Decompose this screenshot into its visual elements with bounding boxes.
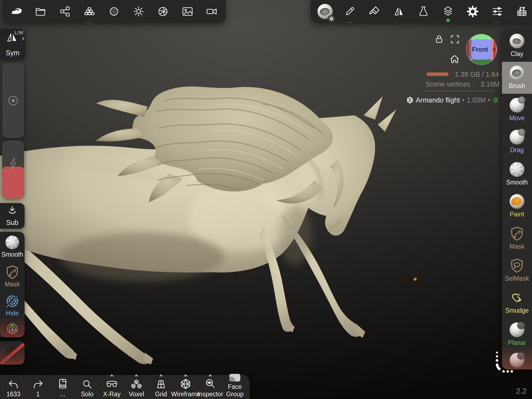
tool-move[interactable]: Move: [502, 94, 532, 126]
voxel-label: Voxel: [129, 391, 144, 398]
grid-expander[interactable]: [159, 374, 163, 376]
interface-sliders-button[interactable]: ...: [485, 0, 510, 23]
face-group-icon: [229, 374, 240, 382]
grid-label: Grid: [155, 391, 167, 398]
tool-selmask[interactable]: SelMask: [502, 254, 532, 287]
smooth-sphere-icon: [510, 162, 524, 177]
paint-sphere-icon: [510, 194, 524, 209]
tool-smooth-label: Smooth: [506, 179, 528, 186]
tool-smudge[interactable]: Smudge: [502, 286, 532, 319]
intensity-slider[interactable]: [2, 140, 24, 198]
stroke-pencil-button[interactable]: ...: [337, 0, 362, 23]
drag-sphere-icon: [510, 130, 524, 145]
matcap-button[interactable]: [102, 0, 126, 23]
top-right-toolbar: ... ...: [311, 0, 532, 23]
filters-flask-button[interactable]: [411, 0, 436, 23]
left-hide-tool[interactable]: Hide: [0, 294, 25, 317]
mask-shield-icon: [6, 265, 19, 279]
undo-count: 1633: [6, 391, 20, 398]
stroke-more-indicator: ...: [347, 20, 353, 22]
tool-drag[interactable]: Drag: [502, 126, 532, 158]
painting-brush-button[interactable]: [362, 0, 387, 23]
planar-sphere-icon: [510, 322, 524, 337]
background-image-button[interactable]: [175, 0, 200, 23]
smudge-hand-icon: [510, 291, 524, 305]
hide-dotted-icon: [5, 294, 19, 308]
camera-lock-button[interactable]: [434, 34, 444, 44]
camera-button[interactable]: [200, 0, 224, 23]
layer-icon: [492, 97, 499, 104]
redo-button[interactable]: 1: [26, 374, 50, 399]
selection-separator: •: [462, 96, 464, 104]
sym-label: Sym: [0, 49, 25, 57]
selmask-shield-icon: [510, 258, 524, 273]
symmetry-toggle[interactable]: L/W Sym: [0, 29, 25, 59]
face-group-label: Face Group: [223, 383, 247, 398]
left-mask-tool[interactable]: Mask: [0, 265, 25, 288]
xray-button[interactable]: X-Ray: [100, 374, 124, 399]
inspector-expander[interactable]: [208, 374, 212, 376]
files-button[interactable]: [28, 0, 53, 23]
redo-count: 1: [36, 391, 40, 398]
postprocess-button[interactable]: [151, 0, 175, 23]
radius-slider[interactable]: [2, 63, 24, 138]
voxel-button[interactable]: Voxel: [124, 374, 149, 399]
tool-smooth[interactable]: Smooth: [502, 158, 532, 190]
top-left-toolbar: ...: [2, 0, 226, 23]
settings-gear-button[interactable]: [460, 0, 485, 23]
tool-clay[interactable]: Clay: [502, 30, 532, 62]
face-group-button[interactable]: Face Group: [223, 374, 247, 399]
solo-button[interactable]: Solo: [75, 374, 100, 399]
left-smooth-tool[interactable]: Smooth: [0, 236, 25, 258]
bottom-toolbar: 1633 1 ... Solo X-Ray Voxel Grid: [0, 375, 250, 399]
navigation-sphere[interactable]: Front R: [465, 33, 498, 66]
move-sphere-icon: [510, 98, 524, 113]
alpha-slot[interactable]: [0, 341, 25, 365]
clay-sphere-icon: [510, 34, 524, 48]
tool-mask[interactable]: Mask: [502, 222, 532, 254]
home-view-button[interactable]: [449, 54, 460, 64]
multires-more-indicator: ...: [87, 20, 93, 22]
corner-drag-handle[interactable]: [489, 349, 522, 377]
voxel-expander[interactable]: [135, 374, 138, 376]
wireframe-expander[interactable]: [184, 374, 188, 376]
material-sphere-button[interactable]: [313, 0, 337, 23]
undo-button[interactable]: 1633: [1, 374, 26, 399]
wireframe-button[interactable]: Wireframe: [173, 374, 198, 399]
tool-paint[interactable]: Paint: [502, 190, 532, 222]
xray-expander[interactable]: [110, 374, 114, 376]
sym-expand-arrow[interactable]: [22, 37, 25, 40]
nomad-logo-icon[interactable]: [4, 0, 28, 23]
mesh-icon: [406, 96, 414, 104]
inspector-button[interactable]: Inspector: [198, 374, 223, 399]
horse-sculpture[interactable]: [0, 66, 410, 372]
history-more: ...: [60, 391, 65, 398]
inspector-label: Inspector: [197, 391, 223, 398]
selection-info[interactable]: Armando flight • 1.03M • Mane: [406, 96, 518, 104]
solo-label: Solo: [81, 391, 93, 398]
sub-label: Sub: [0, 219, 25, 227]
lighting-button[interactable]: [126, 0, 151, 23]
layers-button[interactable]: [436, 0, 460, 23]
tool-planar[interactable]: Planar: [502, 319, 532, 351]
left-hide-label: Hide: [6, 310, 19, 317]
sub-button[interactable]: Sub: [0, 203, 25, 229]
left-smooth-label: Smooth: [1, 251, 23, 258]
multires-button[interactable]: ...: [77, 0, 102, 23]
selected-mesh-name: Armando flight: [416, 96, 460, 104]
symmetry-button[interactable]: [387, 0, 411, 23]
grid-button[interactable]: Grid: [149, 374, 173, 399]
tool-brush[interactable]: Brush: [502, 62, 532, 94]
version-label: 2.2: [516, 387, 527, 395]
toolbox-button[interactable]: [510, 0, 532, 23]
tool-paint-label: Paint: [510, 211, 524, 218]
memory-bar-fill: [426, 72, 449, 76]
scene-graph-button[interactable]: [53, 0, 77, 23]
gizmo-tool[interactable]: [0, 322, 25, 335]
scene-vertices-value: 3.16M: [481, 80, 499, 88]
history-button[interactable]: ...: [50, 374, 75, 399]
fullscreen-button[interactable]: [450, 34, 460, 44]
xray-label: X-Ray: [103, 391, 121, 398]
interface-more-indicator: ...: [494, 20, 500, 22]
tool-selmask-label: SelMask: [505, 275, 529, 282]
